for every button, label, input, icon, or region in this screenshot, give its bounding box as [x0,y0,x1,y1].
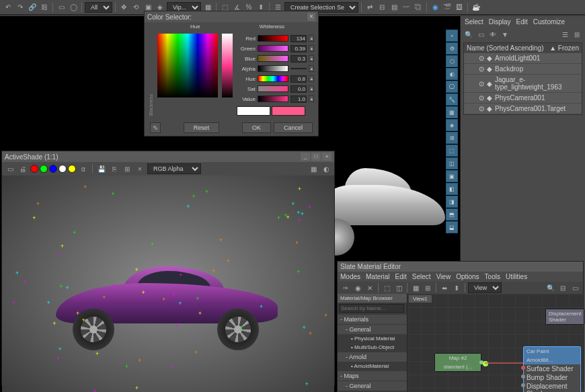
slider-hue[interactable] [258,75,288,82]
expand-icon[interactable]: ⊞ [572,29,582,40]
cmd-icon-9[interactable]: ⊞ [446,132,458,144]
slider-sat[interactable] [258,85,288,92]
port-bump[interactable]: Bump Shader [524,373,580,382]
browser-category[interactable]: - Arnold [338,352,407,362]
mirror-icon[interactable]: ⇄ [364,2,375,13]
copy-icon[interactable]: ⎘ [109,163,120,174]
browser-category[interactable]: - Maps [338,371,407,381]
tab-edit[interactable]: Edit [516,18,528,26]
list-item[interactable]: ⊙◆PhysCamera001 [464,93,582,104]
browser-item[interactable]: • Physical Material [338,334,407,343]
close-icon[interactable]: × [307,13,315,21]
find-icon[interactable]: 🔍 [463,29,474,40]
slider-blue[interactable] [258,55,288,62]
sel-icon[interactable]: ▭ [475,29,486,40]
clear-icon[interactable]: × [134,163,145,174]
port-displacement[interactable]: Displacement Shader [524,382,580,392]
cmd-icon-8[interactable]: ◈ [446,119,458,131]
spinner-icon[interactable]: ▴ [309,85,314,92]
motion-tab-icon[interactable]: ◐ [446,68,458,80]
slider-alpha[interactable] [258,65,288,72]
alpha-icon[interactable]: α [78,163,89,174]
utilities-tab-icon[interactable]: 🔧 [446,93,458,106]
filter-select[interactable]: All [85,2,112,13]
browser-item[interactable]: • Multi/Sub-Object [338,343,407,352]
visibility-icon[interactable]: ⊙ [479,65,484,73]
node-carpaint[interactable]: Car Paint ArnoldBit... Surface Shader Bu… [523,346,581,392]
link-icon[interactable]: 🔗 [27,2,38,13]
spinner-icon[interactable]: ▴ [309,35,314,42]
visibility-icon[interactable]: ⊙ [479,80,484,87]
visibility-icon[interactable]: ⊙ [479,105,484,112]
view-select[interactable]: View1 [468,282,502,293]
slate-title-bar[interactable]: Slate Material Editor [338,262,583,272]
layout-icon[interactable]: ⬌ [439,282,450,293]
tab-customize[interactable]: Customize [533,18,565,26]
cmd-icon-10[interactable]: ⬚ [446,145,458,157]
menu-options[interactable]: Options [456,273,479,280]
browser-search-input[interactable] [339,304,404,313]
unlink-icon[interactable]: ⛓ [39,2,50,13]
redo-icon[interactable]: ↷ [15,2,26,13]
menu-modes[interactable]: Modes [340,273,360,280]
close-icon[interactable]: × [322,153,332,161]
channel-select[interactable]: RGB Alpha [147,163,201,174]
layout2-icon[interactable]: ⬍ [451,282,462,293]
spinner-icon[interactable]: ▴ [309,65,314,72]
menu-material[interactable]: Material [366,273,390,280]
spinner-icon[interactable]: ▴ [309,45,314,52]
render-view[interactable]: ++++++++++++++++++++++++++++++++++++++++… [2,175,334,392]
tab-display[interactable]: Display [489,18,511,26]
curve-icon[interactable]: 〰 [401,2,412,13]
menu-tools[interactable]: Tools [485,273,500,280]
viewport-mesh-car[interactable] [317,165,459,259]
clone-icon[interactable]: ⊞ [122,163,132,174]
hue-picker[interactable] [157,34,218,97]
delete-icon[interactable]: ✕ [364,282,375,293]
browser-category[interactable]: - Materials [338,315,407,324]
maximize-icon[interactable]: □ [311,153,321,161]
grid-icon[interactable]: ⊞ [422,282,433,293]
minimize-icon[interactable]: _ [301,153,310,161]
node-output-port[interactable] [483,361,488,366]
toggle-icon[interactable]: ◐ [321,163,332,174]
visibility-icon[interactable]: ⊙ [479,94,484,102]
eyedropper-icon[interactable]: ✎ [150,122,161,133]
move-children-icon[interactable]: ⬚ [381,282,392,293]
param-editor-icon[interactable]: ⊟ [557,282,568,293]
align-icon[interactable]: ⊟ [377,2,387,13]
move-icon[interactable]: ✥ [118,2,129,13]
channel-dot[interactable] [49,165,57,173]
menu-select[interactable]: Select [412,273,431,280]
render-icon[interactable]: ☕ [471,2,481,13]
menu-view[interactable]: View [436,273,451,280]
list-item[interactable]: ⊙◆PhysCamera001.Target [464,104,582,114]
dialog-title-bar[interactable]: Color Selector: × [145,11,318,22]
render-setup-icon[interactable]: 🎬 [442,2,453,13]
list-item[interactable]: ⊙◆ArnoldLight001 [464,53,582,64]
channel-dot[interactable] [40,165,48,173]
undo-icon[interactable]: ↶ [3,2,13,13]
render-frame-icon[interactable]: 🖼 [454,2,465,13]
cmd-icon-7[interactable]: ▦ [446,106,458,118]
spinner-icon[interactable]: ▴ [309,55,314,62]
port-surface[interactable]: Surface Shader [524,364,580,373]
browser-category[interactable]: - General [338,325,407,334]
create-tab-icon[interactable]: + [446,30,458,42]
hide-unused-icon[interactable]: ◫ [393,282,404,293]
node-displacement[interactable]: Displacement Shader [545,309,584,325]
visibility-icon[interactable]: ⊙ [479,54,484,62]
material-editor-icon[interactable]: ◉ [430,2,440,13]
schematic-icon[interactable]: ⿻ [413,2,424,13]
list-header[interactable]: Name (Sorted Ascending) ▲ Frozen [464,43,582,53]
list-item[interactable]: ⊙◆Jaguar_e-type_lightweight_1963 [464,75,582,93]
reset-button[interactable]: Reset [184,122,220,133]
menu-edit[interactable]: Edit [395,273,407,280]
view-icon[interactable]: ☰ [559,29,570,40]
modify-tab-icon[interactable]: ⚙ [446,42,458,54]
select-by-icon[interactable]: ▭ [570,282,580,293]
print-icon[interactable]: 🖨 [17,163,28,174]
slider-red[interactable] [258,35,288,42]
node-map[interactable]: Map #2 standard (... [434,353,481,372]
save-icon[interactable]: 💾 [96,163,107,174]
